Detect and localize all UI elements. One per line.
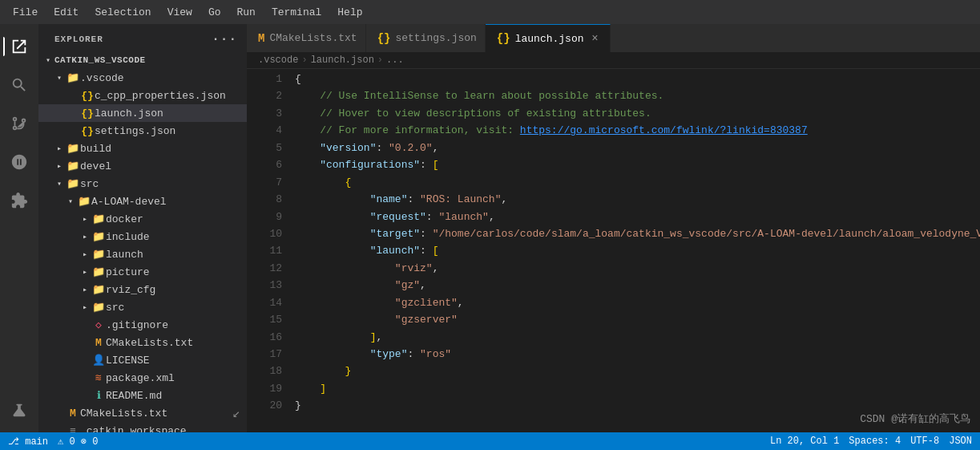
- arrow-icon: ▸: [79, 267, 91, 277]
- breadcrumb-sep-1: ›: [301, 55, 307, 66]
- extensions-icon[interactable]: [3, 184, 35, 217]
- tree-item-cmake-inner[interactable]: ▸ M CMakeLists.txt: [38, 334, 247, 351]
- license-icon: 👤: [91, 354, 106, 367]
- tree-item-rviz-cfg[interactable]: ▸ 📁 rviz_cfg: [38, 281, 247, 298]
- folder-icon: 📁: [91, 266, 106, 278]
- json-icon: {}: [80, 107, 95, 120]
- tree-item-aloam[interactable]: ▾ 📁 A-LOAM-devel: [38, 193, 247, 210]
- menu-selection[interactable]: Selection: [88, 5, 157, 20]
- tab-launch-label: launch.json: [515, 33, 584, 45]
- folder-icon: 📁: [91, 283, 106, 296]
- arrow-icon: ▸: [79, 285, 91, 294]
- status-spaces: Spaces: 4: [849, 436, 901, 447]
- explorer-icon[interactable]: [3, 30, 35, 63]
- folder-icon: 📁: [91, 301, 106, 314]
- folder-icon: 📁: [91, 230, 106, 243]
- settings-tab-icon: {}: [377, 32, 391, 45]
- tree-item-settings-json[interactable]: ▸ {} settings.json: [38, 122, 247, 140]
- tree-item-build[interactable]: ▸ 📁 build: [38, 140, 247, 157]
- menu-run[interactable]: Run: [230, 5, 261, 20]
- tree-item-cmake-outer[interactable]: ▸ M CMakeLists.txt ↙: [38, 404, 247, 422]
- folder-icon: 📁: [66, 71, 80, 84]
- tab-settings[interactable]: {} settings.json: [366, 24, 486, 52]
- sidebar-tree: ▾ CATKIN_WS_VSCODE ▾ 📁 .vscode ▸ {} c_cp…: [38, 51, 247, 432]
- arrow-icon: ▾: [53, 179, 66, 189]
- tree-item-gitignore[interactable]: ▸ ◇ .gitignore: [38, 316, 247, 334]
- arrow-icon: ▸: [79, 232, 91, 241]
- arrow-icon: ▾: [53, 73, 66, 83]
- breadcrumb-ellipsis[interactable]: ...: [386, 55, 404, 66]
- git-icon: ◇: [91, 318, 106, 331]
- arrow-icon: ▸: [53, 144, 66, 153]
- menu-edit[interactable]: Edit: [47, 5, 85, 20]
- source-control-icon[interactable]: [3, 107, 35, 140]
- tree-item-license[interactable]: ▸ 👤 LICENSE: [38, 351, 247, 369]
- sidebar-menu-dots[interactable]: ···: [212, 32, 237, 47]
- menu-go[interactable]: Go: [202, 5, 228, 20]
- tab-bar: M CMakeLists.txt {} settings.json {} lau…: [247, 24, 980, 52]
- breadcrumb: .vscode › launch.json › ...: [247, 52, 980, 69]
- tree-item-package-xml[interactable]: ▸ ≋ package.xml: [38, 369, 247, 387]
- menu-help[interactable]: Help: [331, 5, 369, 20]
- folder-icon: 📁: [91, 248, 106, 261]
- status-errors[interactable]: ⚠ 0 ⊗ 0: [58, 436, 98, 448]
- tree-item-devel[interactable]: ▸ 📁 devel: [38, 157, 247, 175]
- tab-cmake[interactable]: M CMakeLists.txt: [247, 24, 366, 52]
- status-encoding: UTF-8: [910, 436, 939, 447]
- breadcrumb-vscode[interactable]: .vscode: [258, 55, 298, 66]
- flask-icon[interactable]: [3, 394, 35, 426]
- tree-item-docker[interactable]: ▸ 📁 docker: [38, 210, 247, 228]
- launch-tab-icon: {}: [497, 32, 510, 45]
- menu-file[interactable]: File: [6, 5, 44, 20]
- tree-item-include[interactable]: ▸ 📁 include: [38, 228, 247, 245]
- tree-item-picture[interactable]: ▸ 📁 picture: [38, 263, 247, 281]
- sync-icon: ↙: [232, 405, 240, 421]
- tab-settings-label: settings.json: [395, 32, 476, 44]
- folder-icon: 📁: [66, 142, 80, 155]
- arrow-icon: ▸: [79, 214, 91, 224]
- arrow-icon: ▸: [79, 249, 91, 259]
- status-lang[interactable]: JSON: [949, 436, 972, 447]
- tree-item-src-inner[interactable]: ▸ 📁 src: [38, 298, 247, 316]
- tab-close-button[interactable]: ×: [589, 32, 602, 45]
- folder-icon: 📁: [77, 195, 91, 208]
- code-editor[interactable]: 1234567891011121314151617181920 { // Use…: [247, 69, 980, 432]
- readme-icon: ℹ: [91, 389, 106, 402]
- activity-bar: [0, 24, 38, 432]
- folder-icon: 📁: [91, 213, 106, 225]
- arrow-icon: ▾: [42, 55, 54, 65]
- tab-launch[interactable]: {} launch.json ×: [486, 24, 611, 52]
- editor-area: M CMakeLists.txt {} settings.json {} lau…: [247, 24, 980, 432]
- sidebar-header: EXPLORER ···: [38, 24, 247, 51]
- arrow-icon: ▸: [53, 161, 66, 171]
- arrow-icon: ▾: [64, 197, 77, 206]
- tree-item-readme[interactable]: ▸ ℹ README.md: [38, 387, 247, 404]
- tree-item-root[interactable]: ▾ CATKIN_WS_VSCODE: [38, 51, 247, 69]
- tree-item-cpp-props[interactable]: ▸ {} c_cpp_properties.json: [38, 87, 247, 104]
- menu-terminal[interactable]: Terminal: [265, 5, 328, 20]
- cmake-tab-icon: M: [258, 32, 264, 45]
- status-ln-col: Ln 20, Col 1: [770, 436, 839, 447]
- tree-item-catkin-workspace[interactable]: ▸ ≡ .catkin_workspace: [38, 422, 247, 432]
- status-branch[interactable]: ⎇ main: [8, 436, 48, 448]
- tree-item-vscode[interactable]: ▾ 📁 .vscode: [38, 69, 247, 87]
- cmake-icon: M: [91, 337, 106, 349]
- breadcrumb-sep-2: ›: [377, 55, 383, 66]
- debug-icon[interactable]: [3, 146, 35, 178]
- json-icon: {}: [80, 90, 95, 102]
- menu-view[interactable]: View: [161, 5, 199, 20]
- sidebar: EXPLORER ··· ▾ CATKIN_WS_VSCODE ▾ 📁 .vsc…: [38, 24, 247, 432]
- tree-item-src[interactable]: ▾ 📁 src: [38, 175, 247, 193]
- json-icon: {}: [80, 125, 95, 137]
- status-bar: ⎇ main ⚠ 0 ⊗ 0 Ln 20, Col 1 Spaces: 4 UT…: [0, 432, 980, 450]
- tree-item-launch-folder[interactable]: ▸ 📁 launch: [38, 245, 247, 263]
- code-content[interactable]: { // Use IntelliSense to learn about pos…: [288, 69, 980, 432]
- package-icon: ≋: [91, 371, 106, 384]
- line-numbers: 1234567891011121314151617181920: [247, 69, 288, 432]
- folder-icon: 📁: [66, 177, 80, 190]
- search-icon[interactable]: [3, 69, 35, 101]
- file-icon: ≡: [66, 425, 80, 433]
- breadcrumb-file[interactable]: launch.json: [311, 55, 374, 66]
- folder-icon: 📁: [66, 160, 80, 172]
- tree-item-launch-json[interactable]: ▸ {} launch.json: [38, 104, 247, 122]
